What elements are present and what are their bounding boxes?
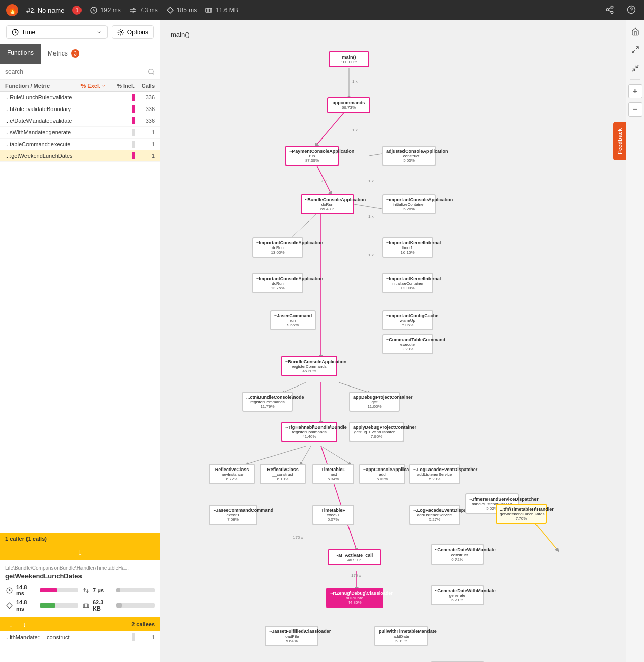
caller-metrics: 14.8 ms 7 μs: [5, 584, 155, 612]
node-configcache[interactable]: ~importantConfigCache warmUp 5.05%: [382, 310, 433, 330]
node-logfacade[interactable]: ~.LogFacadeEventDispatcher addListenerSe…: [409, 505, 460, 525]
node-reflective2[interactable]: ReflectivClass __construct 6.19%: [260, 464, 306, 484]
search-icon: [148, 68, 155, 75]
help-icon[interactable]: [625, 3, 638, 18]
options-button[interactable]: Options: [112, 25, 154, 39]
edge-label-8: 170 x: [351, 573, 361, 578]
node-jaseecmd2[interactable]: ~JaseeCommandCommand exec21 7.08%: [209, 505, 257, 525]
node-bundleconsole[interactable]: ~BundleConsoleApplication doRun 65.48%: [301, 194, 354, 214]
node-registerconsole[interactable]: ...ctn\BundleConsole\node registerComman…: [242, 392, 293, 412]
tab-metrics[interactable]: Metrics 3: [41, 44, 87, 64]
svg-line-35: [321, 446, 350, 464]
graph-title: main(): [171, 31, 634, 38]
svg-line-42: [636, 47, 638, 49]
svg-point-14: [120, 31, 122, 33]
app-logo[interactable]: 🔥: [6, 4, 18, 16]
edge-label-5: 1 x: [368, 214, 374, 219]
metrics-badge: 3: [71, 49, 79, 58]
node-importconsole[interactable]: ~importantConsoleApplication initializeC…: [382, 194, 436, 214]
node-timetable[interactable]: TimetableF next 5.34%: [312, 464, 354, 484]
node-bundleregister2[interactable]: ~TfgHahnabi\Bundle\Bundle registerComman…: [281, 422, 337, 442]
node-appcommands[interactable]: appcommands 66.73%: [327, 97, 370, 113]
func-row-0[interactable]: ...Rule\LunchRule::validate 336: [0, 92, 160, 103]
graph-area[interactable]: main(): [160, 20, 644, 662]
callee-count-label: 2 callees: [131, 621, 155, 627]
node-facade[interactable]: ~.LogFacadeEventDispatcher addListenerSe…: [409, 464, 460, 484]
func-row-4[interactable]: ...tableCommand::execute 1: [0, 139, 160, 150]
node-reflective1[interactable]: ReflectiveClass newInstance 6.72%: [209, 464, 255, 484]
topbar: 🔥 #2. No name 1 192 ms 7.3 ms 185 ms 11.…: [0, 0, 644, 20]
node-generatemandate2[interactable]: ~GenerateDateWithMandate generate 6.71%: [431, 585, 484, 605]
node-main[interactable]: main() 100.00%: [329, 51, 369, 67]
node-bundleregister[interactable]: ~BundleConsoleApplication registerComman…: [281, 356, 337, 376]
node-appdebug[interactable]: appDebugProjectContainer get 11.00%: [349, 392, 400, 412]
node-paymentconsole[interactable]: ~PaymentConsoleApplication run 87.39%: [285, 146, 339, 166]
node-consolecmd[interactable]: ~JaseeCommand run 9.65%: [270, 310, 316, 330]
func-row-3[interactable]: ...sWithMandate::generate 1: [0, 127, 160, 139]
svg-line-24: [316, 113, 344, 146]
function-list: ...Rule\LunchRule::validate 336 ...hRule…: [0, 92, 160, 533]
metric-transfer-bar-bg: [116, 588, 155, 592]
metric-time-bar: [40, 588, 57, 592]
callee-arrow-btn-1[interactable]: ↓: [5, 619, 17, 629]
caller-section-header: 1 caller (1 calls): [0, 533, 160, 545]
share-icon[interactable]: [603, 3, 616, 18]
col-excl-header[interactable]: % Excl.: [73, 82, 106, 89]
home-icon[interactable]: [628, 24, 642, 39]
svg-marker-18: [7, 603, 12, 609]
shrink-icon[interactable]: [628, 61, 642, 75]
left-panel: Time Options Functions Metrics 3 Functio…: [0, 20, 160, 662]
svg-point-15: [149, 69, 153, 74]
tab-functions[interactable]: Functions: [0, 44, 41, 64]
node-timetable2[interactable]: TimetableF exec21 5.07%: [312, 505, 354, 525]
time-button[interactable]: Time: [6, 25, 108, 39]
node-commandtable[interactable]: ~CommandTableCommand execute 9.23%: [382, 334, 433, 354]
edge-label-3: 7 x: [321, 179, 327, 183]
metric-transfer-icon: [82, 586, 90, 594]
node-builddate[interactable]: ~rtZenug\Debug\Classloader buildDate 44.…: [326, 588, 383, 608]
sidebar-divider: [630, 79, 640, 80]
svg-point-7: [606, 8, 609, 11]
node-pullwithmandate[interactable]: pullWithTimetableMandate addDate 5.01%: [374, 626, 428, 646]
node-dorun2[interactable]: ~ImportantConsoleApplication doRun 13.75…: [252, 273, 303, 293]
edge-label-1: 1 x: [352, 79, 358, 84]
node-initcontainer[interactable]: ~ImportantKernelInternal initializeConta…: [382, 273, 433, 293]
node-boot[interactable]: ~ImportantKernelInternal boot1 16.15%: [382, 237, 433, 258]
feedback-button[interactable]: Feedback: [613, 122, 626, 160]
callee-row-0[interactable]: ...ithMandate::__construct 1: [0, 631, 160, 643]
stat-time: 192 ms: [90, 6, 120, 14]
metric-time-value: 14.8 ms: [16, 584, 37, 596]
expand-icon[interactable]: [628, 43, 642, 57]
svg-line-34: [301, 446, 311, 464]
func-row-2[interactable]: ...e\Date\Mandate::validate 336: [0, 115, 160, 127]
node-applydebug[interactable]: applyDebugProjectContainer getBug_EventD…: [349, 422, 404, 442]
callee-arrow-btn-2[interactable]: ↓: [19, 619, 31, 629]
node-loadtruth[interactable]: ~JassetFulfilled\Classloader loadFile 5.…: [265, 626, 318, 646]
caller-arrow-row[interactable]: ↓: [0, 545, 160, 560]
svg-line-31: [339, 382, 369, 393]
tabs-row: Functions Metrics 3: [0, 44, 160, 64]
caller-detail: Life\Bundle\ComparisonBundle\Handler\Tim…: [0, 560, 160, 617]
callee-list: ...ithMandate::__construct 1: [0, 631, 160, 662]
node-activate[interactable]: ~at_Activate_call 46.99%: [328, 549, 381, 565]
zoom-out-button[interactable]: −: [628, 102, 642, 117]
caller-path: Life\Bundle\ComparisonBundle\Handler\Tim…: [5, 565, 155, 571]
metric-row-1: 7 μs: [82, 584, 155, 596]
node-generatemandatewith[interactable]: ~GenerateDateWithMandate __construct 6.7…: [431, 544, 484, 565]
node-adjustedconsole[interactable]: adjustedConsoleApplication __construct 5…: [382, 146, 436, 166]
right-sidebar: + −: [626, 20, 644, 662]
func-row-1[interactable]: ...hRule::validateBoundary 336: [0, 103, 160, 115]
svg-line-30: [283, 382, 306, 393]
svg-point-8: [611, 11, 613, 14]
zoom-in-button[interactable]: +: [628, 84, 642, 98]
search-input[interactable]: [5, 68, 145, 75]
node-dorun[interactable]: ~ImportantConsoleApplication doRun 13.00…: [252, 237, 303, 258]
node-getweekend[interactable]: ...tfn\TimetableH\Handler getWeekendLunc…: [496, 504, 547, 524]
svg-line-27: [289, 212, 318, 240]
app-title: #2. No name: [26, 7, 64, 14]
node-appconsole[interactable]: ~appConsoleApplication add 5.02%: [359, 464, 405, 484]
metric-eye-icon: [5, 601, 13, 610]
func-row-5[interactable]: ...:getWeekendLunchDates 1: [0, 150, 160, 162]
metric-transfer-bar: [116, 588, 120, 592]
svg-line-36: [321, 446, 357, 550]
